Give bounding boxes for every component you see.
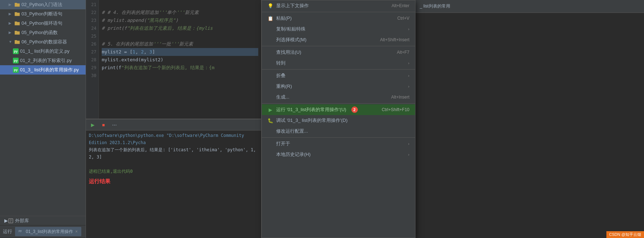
menu-item-left: 💡 显示上下文操作 <box>268 3 309 9</box>
menu-item-show-context[interactable]: 💡 显示上下文操作 Alt+Enter <box>262 0 415 11</box>
python-file-icon-small: py <box>19 229 24 234</box>
code-line-29: print(f"列表在追加了一个新的列表后, 结果是：{m <box>102 64 258 72</box>
more-button[interactable]: ⋯ <box>110 121 118 129</box>
clipboard-icon: 📋 <box>268 15 273 21</box>
right-header: _ list列表的常用 <box>415 0 644 13</box>
code-line-27: mylist2 = [1, 2, 3] <box>102 48 258 56</box>
menu-item-left: 列选择模式(M) <box>268 37 307 43</box>
run-tab[interactable]: py 01_3_list列表的常用操作 × <box>15 227 81 236</box>
menu-shortcut: Alt+F7 <box>397 50 409 55</box>
terminal-command: D:\software\python\python.exe "D:\softwa… <box>89 132 258 146</box>
menu-shortcut: Alt+Enter <box>391 3 409 8</box>
expand-arrow: ▼ <box>9 40 13 44</box>
menu-item-label: 列选择模式(M) <box>276 37 307 43</box>
menu-item-copy-paste-special[interactable]: 复制/粘贴特殊 › <box>262 24 415 34</box>
empty-icon <box>268 37 273 43</box>
sidebar-item-label: 03_Python判断语句 <box>21 11 62 17</box>
sidebar-item-python-loop[interactable]: ▶ 04_Python循环语句 <box>0 19 86 28</box>
menu-item-open-in[interactable]: 打开于 › <box>262 138 415 149</box>
menu-shortcut: Alt+Insert <box>391 95 409 100</box>
center-section: 21 22 23 24 25 26 27 28 29 30 # # 4. 在列表… <box>86 0 261 238</box>
run-toolbar: ▶ ■ ⋯ <box>86 119 261 130</box>
collapse-arrow: ▶ <box>9 30 13 35</box>
menu-item-column-select[interactable]: 列选择模式(M) Alt+Shift+Insert <box>262 34 415 45</box>
code-line-22: # # 4. 在列表的尾部追加'''单个'''新元素 <box>102 9 258 16</box>
menu-item-find-usage[interactable]: 查找用法(U) Alt+F7 <box>262 47 415 58</box>
collapse-arrow: ▶ <box>9 12 13 16</box>
run-tab-close[interactable]: × <box>75 229 78 234</box>
sidebar-item-python-func[interactable]: ▶ 05_Python的函数 <box>0 28 86 37</box>
library-icon <box>8 218 14 224</box>
terminal-panel: ▶ ■ ⋯ D:\software\python\python.exe "D:\… <box>86 119 261 238</box>
right-extra-panel: _ list列表的常用 CSDN @知乎云烟 <box>415 0 644 238</box>
collapse-arrow: ▶ <box>9 21 13 25</box>
sidebar-item-python-intro[interactable]: ▶ 02_Python入门语法 <box>0 0 86 9</box>
empty-icon <box>268 94 273 100</box>
sidebar-item-python-container[interactable]: ▼ 06_Python的数据容器 <box>0 37 86 47</box>
lightbulb-icon: 💡 <box>268 3 273 9</box>
menu-item-modify-run[interactable]: 修改运行配置... <box>262 126 415 137</box>
empty-icon <box>268 49 273 55</box>
collapse-arrow: ▶ <box>4 218 8 223</box>
menu-separator <box>262 69 415 70</box>
menu-item-generate[interactable]: 生成... Alt+Insert <box>262 92 415 103</box>
menu-item-label: 折叠 <box>276 72 285 79</box>
collapse-arrow: ▶ <box>9 3 13 7</box>
external-lib-item[interactable]: ▶ 外部库 <box>0 216 86 225</box>
submenu-arrow: › <box>408 61 409 65</box>
run-label: 运行 <box>3 228 12 235</box>
menu-item-goto[interactable]: 转到 › <box>262 58 415 68</box>
menu-item-left: 转到 <box>268 60 285 66</box>
menu-item-left: 打开于 <box>268 141 290 147</box>
menu-shortcut: Ctrl+V <box>397 16 409 21</box>
empty-icon <box>268 84 273 89</box>
run-green-icon: ▶ <box>268 107 273 113</box>
file-sidebar: ▶ 02_Python入门语法 ▶ 03_Python判断语句 ▶ 04_Pyt… <box>0 0 86 238</box>
menu-item-paste[interactable]: 📋 粘贴(P) Ctrl+V <box>262 13 415 24</box>
code-content[interactable]: # # 4. 在列表的尾部追加'''单个'''新元素 # mylist.appe… <box>99 0 261 119</box>
menu-item-label: 查找用法(U) <box>276 49 301 56</box>
menu-item-label: 复制/粘贴特殊 <box>276 26 306 32</box>
python-file-icon: py <box>13 67 19 73</box>
folder-icon <box>14 20 20 26</box>
terminal-content[interactable]: D:\software\python\python.exe "D:\softwa… <box>86 130 261 238</box>
menu-item-label: 打开于 <box>276 141 290 147</box>
menu-item-fold[interactable]: 折叠 › <box>262 70 415 81</box>
debug-icon: 🐛 <box>268 118 273 123</box>
submenu-arrow: › <box>408 27 409 31</box>
python-file-icon: py <box>13 48 19 54</box>
terminal-exit: 进程已结束,退出代码0 <box>89 168 258 175</box>
menu-item-label: 修改运行配置... <box>276 128 308 134</box>
menu-item-debug[interactable]: 🐛 调试 '01_3_ list列表的常用操作'(D) <box>262 115 415 126</box>
menu-item-left: 修改运行配置... <box>268 128 308 134</box>
empty-icon <box>268 73 273 78</box>
menu-separator <box>262 12 415 12</box>
empty-icon <box>268 128 273 134</box>
context-menu: 💡 显示上下文操作 Alt+Enter 📋 粘贴(P) Ctrl+V 复制/粘贴… <box>261 0 415 238</box>
sidebar-item-file-01-3[interactable]: py 01_3_ list列表的常用操作.py <box>0 65 86 75</box>
run-tab-label: 01_3_list列表的常用操作 <box>26 229 73 235</box>
stop-button[interactable]: ■ <box>100 121 107 129</box>
empty-icon <box>268 141 273 147</box>
menu-item-local-history[interactable]: 本地历史记录(H) › <box>262 149 415 160</box>
menu-item-label: 生成... <box>276 94 289 100</box>
empty-icon <box>268 152 273 157</box>
menu-item-run[interactable]: ▶ 运行 '01_3_list列表的常用操作'(U) 2 Ctrl+Shift+… <box>262 104 415 115</box>
run-bar: 运行 py 01_3_list列表的常用操作 × <box>0 225 86 238</box>
menu-item-label: 重构(R) <box>276 83 292 90</box>
menu-item-label: 本地历史记录(H) <box>276 151 311 158</box>
sidebar-item-file-01-2[interactable]: py 01_2_列表的下标索引.py <box>0 56 86 65</box>
sidebar-item-label: 05_Python的函数 <box>21 29 58 36</box>
menu-shortcut: Alt+Shift+Insert <box>380 37 409 42</box>
menu-item-refactor[interactable]: 重构(R) › <box>262 81 415 92</box>
menu-item-label: 运行 '01_3_list列表的常用操作'(U) <box>276 106 346 113</box>
folder-icon <box>14 30 20 35</box>
sidebar-item-file-01-1[interactable]: py 01_1_ list列表的定义.py <box>0 47 86 56</box>
menu-item-label: 显示上下文操作 <box>276 3 309 9</box>
code-lines: 21 22 23 24 25 26 27 28 29 30 # # 4. 在列表… <box>86 0 261 119</box>
menu-item-left: 查找用法(U) <box>268 49 301 56</box>
sidebar-item-python-condition[interactable]: ▶ 03_Python判断语句 <box>0 9 86 19</box>
menu-separator <box>262 137 415 138</box>
terminal-output: 列表在追加了一个新的列表后, 结果是: ['itcast', 'itheima'… <box>89 146 258 161</box>
run-button[interactable]: ▶ <box>89 121 97 129</box>
